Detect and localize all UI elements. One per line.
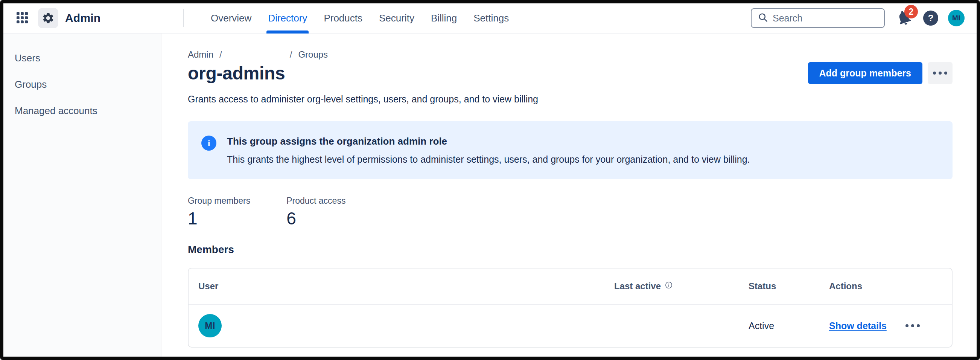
search-icon: [757, 12, 768, 24]
group-more-options-button[interactable]: [928, 62, 953, 84]
info-banner-title: This group assigns the organization admi…: [227, 135, 750, 147]
more-options-icon: [905, 324, 920, 327]
title-row: org-admins Add group members: [188, 62, 953, 84]
tab-billing[interactable]: Billing: [431, 3, 457, 33]
breadcrumb-org: [228, 50, 284, 59]
breadcrumb-admin[interactable]: Admin: [188, 49, 213, 60]
column-header-user: User: [198, 281, 614, 292]
column-header-actions: Actions: [829, 281, 942, 292]
topbar-left: Admin: [15, 8, 183, 28]
stat-value: 6: [286, 208, 345, 229]
sidebar-item-groups[interactable]: Groups: [15, 79, 152, 90]
members-heading: Members: [188, 244, 953, 256]
admin-console-window: Admin Overview Directory Products Securi…: [0, 0, 980, 360]
table-header-row: User Last active Status Actions: [189, 269, 952, 305]
gear-icon: [38, 8, 58, 28]
actions-cell: Show details: [829, 320, 942, 331]
page-title: org-admins: [188, 63, 285, 84]
members-table: User Last active Status Actions: [188, 268, 953, 347]
info-outline-icon[interactable]: [665, 281, 673, 292]
tab-directory[interactable]: Directory: [268, 3, 307, 33]
topbar-right: 2 ? MI: [751, 8, 964, 28]
sidebar-item-users[interactable]: Users: [15, 53, 152, 64]
show-details-link[interactable]: Show details: [829, 320, 887, 331]
breadcrumb-groups[interactable]: Groups: [298, 49, 328, 60]
stat-label: Product access: [286, 196, 345, 206]
info-banner-text: This group assigns the organization admi…: [227, 135, 750, 165]
table-row: MI Active Show details: [189, 305, 952, 347]
status-cell: Active: [749, 320, 829, 331]
avatar: MI: [948, 10, 964, 26]
breadcrumb-separator: /: [290, 49, 293, 60]
stat-value: 1: [188, 208, 250, 229]
stat-label: Group members: [188, 196, 250, 206]
group-description: Grants access to administer org-level se…: [188, 94, 953, 105]
sidebar: Users Groups Managed accounts: [3, 33, 161, 357]
search-box[interactable]: [751, 8, 885, 28]
sidebar-item-managed-accounts[interactable]: Managed accounts: [15, 105, 152, 116]
title-actions: Add group members: [808, 62, 953, 84]
more-options-icon: [933, 72, 947, 75]
member-avatar: MI: [198, 314, 222, 338]
tab-overview[interactable]: Overview: [211, 3, 251, 33]
page-body: Users Groups Managed accounts Admin / / …: [3, 33, 977, 357]
column-header-label: Last active: [614, 281, 661, 292]
column-header-last-active: Last active: [614, 281, 749, 292]
tab-security[interactable]: Security: [379, 3, 414, 33]
stats-row: Group members 1 Product access 6: [188, 196, 953, 229]
tab-products[interactable]: Products: [324, 3, 363, 33]
column-header-status: Status: [749, 281, 829, 292]
info-banner: i This group assigns the organization ad…: [188, 121, 953, 179]
topbar: Admin Overview Directory Products Securi…: [3, 3, 977, 33]
add-group-members-button[interactable]: Add group members: [808, 62, 923, 84]
top-navigation: Overview Directory Products Security Bil…: [184, 3, 509, 33]
app-title: Admin: [65, 12, 100, 24]
search-input[interactable]: [773, 13, 878, 24]
help-button[interactable]: ?: [923, 11, 938, 25]
stat-product-access: Product access 6: [286, 196, 345, 229]
info-banner-body: This grants the highest level of permiss…: [227, 154, 750, 165]
notification-count-badge: 2: [904, 5, 918, 18]
grid-icon: [15, 10, 30, 26]
tab-settings[interactable]: Settings: [473, 3, 509, 33]
breadcrumb: Admin / / Groups: [188, 49, 953, 60]
notifications-button[interactable]: 2: [894, 8, 913, 28]
user-cell: MI: [198, 314, 614, 338]
admin-home-link[interactable]: Admin: [38, 8, 100, 28]
profile-button[interactable]: MI: [948, 10, 964, 26]
main-content: Admin / / Groups org-admins Add group me…: [161, 33, 977, 357]
info-icon: i: [201, 135, 216, 151]
stat-group-members: Group members 1: [188, 196, 250, 229]
app-switcher-button[interactable]: [15, 10, 30, 26]
breadcrumb-separator: /: [220, 49, 222, 60]
help-icon: ?: [923, 11, 938, 25]
row-more-options-button[interactable]: [905, 324, 920, 327]
